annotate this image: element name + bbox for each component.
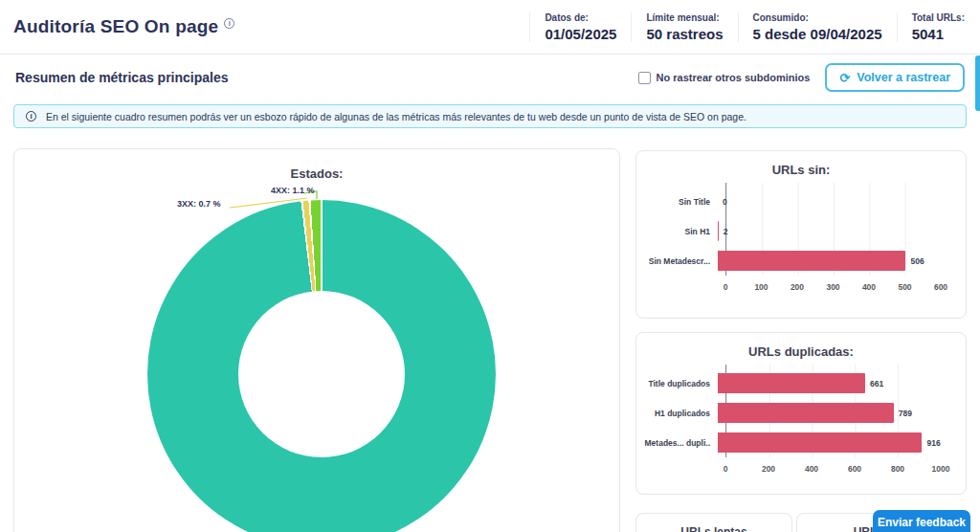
info-banner: i En el siguiente cuadro resumen podrás … xyxy=(13,104,967,128)
axis-tick-label: 500 xyxy=(898,282,911,292)
subdomains-checkbox-group[interactable]: No rastrear otros subdominios xyxy=(638,72,811,84)
bar[interactable] xyxy=(718,251,905,271)
bar-category-label: Sin H1 xyxy=(636,227,718,236)
bar[interactable] xyxy=(718,221,719,241)
info-banner-text: En el siguiente cuadro resumen podrás ve… xyxy=(46,111,746,122)
donut-label-3xx: 3XX: 0.7 % xyxy=(177,199,221,209)
axis-tick-label: 0 xyxy=(724,464,728,474)
axis-tick-label: 800 xyxy=(891,464,904,474)
refresh-icon: ⟳ xyxy=(839,72,850,84)
section-title: Resumen de métricas principales xyxy=(15,70,229,85)
bar[interactable] xyxy=(718,432,922,453)
toolbar: Resumen de métricas principales No rastr… xyxy=(0,55,980,100)
bar-category-label: Sin Title xyxy=(636,197,718,207)
axis-tick-label: 600 xyxy=(848,464,861,474)
bar-row: Sin Metadescr...506 xyxy=(636,246,941,276)
stat-label: Datos de: xyxy=(545,12,616,23)
estados-chart-title: Estados: xyxy=(14,166,619,181)
bar-value-label: 916 xyxy=(926,438,940,448)
stat-datos-de: Datos de: 01/05/2025 xyxy=(529,12,631,42)
bar-category-label: Metades... dupli.. xyxy=(636,438,718,448)
urls-sin-bar-chart[interactable]: Sin Title0Sin H12Sin Metadescr...506 010… xyxy=(636,187,941,295)
stat-label: Total URLs: xyxy=(912,12,965,23)
bar-row: Sin H12 xyxy=(636,216,941,246)
stat-label: Consumido: xyxy=(753,12,882,23)
subdomains-checkbox-label: No rastrear otros subdominios xyxy=(657,72,811,83)
stat-value: 5 desde 09/04/2025 xyxy=(753,26,882,42)
bar-value-label: 2 xyxy=(724,227,728,236)
subdomains-checkbox[interactable] xyxy=(638,72,651,84)
bar-value-label: 506 xyxy=(910,256,924,266)
bar-row: Metades... dupli..916 xyxy=(636,428,941,457)
bar-value-label: 789 xyxy=(899,409,912,418)
recrawl-button[interactable]: ⟳ Volver a rastrear xyxy=(825,63,965,92)
stat-consumido: Consumido: 5 desde 09/04/2025 xyxy=(738,12,897,42)
urls-lentas-title: URLs lentas xyxy=(636,525,791,532)
donut-label-4xx: 4XX: 1.1 % xyxy=(271,186,315,195)
bar-row: Title duplicados661 xyxy=(636,368,941,398)
axis-tick-label: 100 xyxy=(754,282,768,292)
donut-hole xyxy=(238,291,405,457)
recrawl-button-label: Volver a rastrear xyxy=(857,71,950,84)
axis-tick-label: 400 xyxy=(805,464,818,474)
page-title: Auditoría SEO On page xyxy=(13,16,218,37)
urls-sin-chart-title: URLs sin: xyxy=(636,163,966,177)
stat-value: 01/05/2025 xyxy=(545,26,616,42)
axis-tick-label: 400 xyxy=(862,282,876,292)
bar-category-label: Sin Metadescr... xyxy=(636,256,718,266)
bar-value-label: 0 xyxy=(723,197,727,207)
urls-duplicadas-chart-title: URLs duplicadas: xyxy=(636,344,966,359)
urls-sin-card: URLs sin: Sin Title0Sin H12Sin Metadescr… xyxy=(635,150,967,319)
estados-card: Estados: 4XX: 1.1 % 3XX: 0.7 % xyxy=(13,148,620,532)
bar-category-label: H1 duplicados xyxy=(636,409,718,418)
header-stats: Datos de: 01/05/2025 Límite mensual: 50 … xyxy=(529,12,967,42)
chart-x-axis: 0100200300400500600 xyxy=(725,279,941,295)
axis-tick-label: 600 xyxy=(934,282,947,292)
urls-lentas-card: URLs lentas xyxy=(635,513,792,532)
bar-value-label: 661 xyxy=(870,379,883,388)
estados-donut-chart[interactable] xyxy=(147,200,496,532)
stat-limite-mensual: Límite mensual: 50 rastreos xyxy=(631,12,737,42)
header: Auditoría SEO On page i Datos de: 01/05/… xyxy=(0,0,980,55)
stat-value: 50 rastreos xyxy=(646,26,723,42)
axis-tick-label: 200 xyxy=(762,464,775,474)
axis-tick-label: 1000 xyxy=(932,464,950,474)
stat-value: 5041 xyxy=(912,26,965,42)
urls-duplicadas-card: URLs duplicadas: Title duplicados661H1 d… xyxy=(635,332,967,495)
info-icon[interactable]: i xyxy=(224,18,234,29)
info-icon: i xyxy=(26,111,36,122)
axis-tick-label: 300 xyxy=(826,282,839,292)
stat-total-urls: Total URLs: 5041 xyxy=(897,12,967,42)
axis-tick-label: 0 xyxy=(724,282,728,292)
bar[interactable] xyxy=(718,403,894,423)
stat-label: Límite mensual: xyxy=(646,12,723,23)
right-edge-accent xyxy=(975,55,980,111)
bar-category-label: Title duplicados xyxy=(636,379,718,388)
send-feedback-button[interactable]: Enviar feedback xyxy=(873,510,970,532)
right-column: URLs sin: Sin Title0Sin H12Sin Metadescr… xyxy=(635,150,967,532)
bar[interactable] xyxy=(718,373,865,393)
chart-x-axis: 02004006008001000 xyxy=(725,461,941,477)
axis-tick-label: 200 xyxy=(791,282,804,292)
urls-duplicadas-bar-chart[interactable]: Title duplicados661H1 duplicados789Metad… xyxy=(636,368,941,477)
bar-row: H1 duplicados789 xyxy=(636,398,941,428)
bar-row: Sin Title0 xyxy=(636,187,941,216)
